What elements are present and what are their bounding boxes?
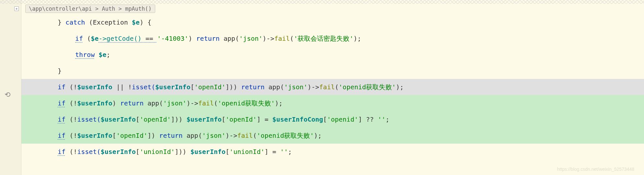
breadcrumb-path: \app\controller\api <box>29 5 92 12</box>
code-line: if ($e->getCode() == '-41003') return ap… <box>21 30 644 47</box>
code-line-modified: if (!$userInfo || !isset($userInfo['open… <box>21 79 644 95</box>
code-line-empty <box>21 160 644 175</box>
code-line: throw $e; <box>21 47 644 63</box>
code-editor[interactable]: } catch (Exception $e) { if ($e->getCode… <box>21 14 644 175</box>
code-line-added: if (!$userInfo) return app('json')->fail… <box>21 95 644 111</box>
code-line-added: if (!$userInfo['openId']) return app('js… <box>21 127 644 144</box>
undo-icon[interactable]: ⟲ <box>5 91 10 99</box>
breadcrumb[interactable]: \app\controller\api > Auth > mpAuth() <box>25 5 155 13</box>
code-line: } catch (Exception $e) { <box>21 14 644 30</box>
editor-gutter: + ⟲ <box>0 0 21 175</box>
breadcrumb-separator: > <box>118 5 125 12</box>
code-line: } <box>21 63 644 79</box>
watermark: https://blog.csdn.net/weixin_52573448 <box>557 167 634 172</box>
fold-expand-icon[interactable]: + <box>14 6 19 11</box>
breadcrumb-class: Auth <box>102 5 115 12</box>
torn-edge-decoration <box>0 0 644 4</box>
code-line-added: if (!isset($userInfo['openId'])) $userIn… <box>21 111 644 127</box>
breadcrumb-separator: > <box>95 5 102 12</box>
breadcrumb-method: mpAuth() <box>125 5 152 12</box>
code-line: if (!isset($userInfo['unionId'])) $userI… <box>21 144 644 160</box>
